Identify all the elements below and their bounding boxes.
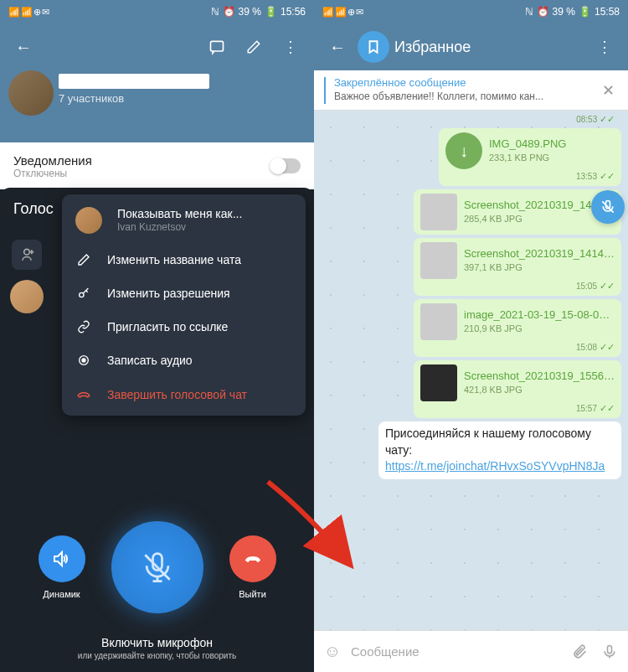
svg-line-8 xyxy=(145,555,169,579)
svg-rect-11 xyxy=(608,645,612,653)
menu-rename[interactable]: Изменить название чата xyxy=(62,243,306,277)
svg-point-4 xyxy=(80,292,84,297)
svg-point-6 xyxy=(82,359,85,362)
text-message[interactable]: Присоединяйся к нашему голосовому чату: … xyxy=(378,421,621,479)
file-thumbnail xyxy=(420,364,457,401)
message-input[interactable]: Сообщение xyxy=(351,644,561,659)
menu-display-as[interactable]: Показывать меня как... Ivan Kuznetsov xyxy=(62,198,306,243)
participant-avatar[interactable] xyxy=(10,280,44,313)
messages-icon[interactable] xyxy=(200,30,234,64)
file-message[interactable]: Screenshot_20210319_155644_org.telegram.… xyxy=(414,360,621,418)
pencil-icon xyxy=(75,253,92,266)
file-message[interactable]: image_2021-03-19_15-08-04.png 210,9 KB J… xyxy=(414,299,621,357)
speaker-button[interactable]: Динамик xyxy=(39,535,85,599)
mic-hint: Включить микрофон xyxy=(0,636,314,649)
mic-hint-sub: или удерживайте кнопку, чтобы говорить xyxy=(0,651,314,660)
link-icon xyxy=(75,320,92,333)
back-button[interactable]: ← xyxy=(321,30,354,64)
hangup-icon xyxy=(75,387,92,402)
file-message[interactable]: ↓ IMG_0489.PNG 233,1 KB PNG 13:53✓✓ xyxy=(439,128,621,186)
close-icon[interactable]: ✕ xyxy=(599,81,618,100)
file-thumbnail xyxy=(420,303,457,340)
notif-toggle[interactable] xyxy=(270,158,301,173)
join-link[interactable]: https://t.me/joinchat/RHvxSoSYVvpHN8Ja xyxy=(385,459,605,473)
menu-record[interactable]: Записать аудио xyxy=(62,344,306,377)
voice-context-menu: Показывать меня как... Ivan Kuznetsov Из… xyxy=(62,194,306,416)
file-message[interactable]: Screenshot_20210319_141453_com.andro... … xyxy=(414,238,621,296)
menu-invite[interactable]: Пригласить по ссылке xyxy=(62,310,306,344)
mute-floating-button[interactable] xyxy=(591,190,625,224)
menu-icon[interactable]: ⋮ xyxy=(274,30,307,64)
group-members: 7 участников xyxy=(59,92,209,105)
download-icon[interactable]: ↓ xyxy=(445,132,482,169)
notifications-row[interactable]: Уведомления Отключены xyxy=(0,142,314,189)
status-bar: 📶 📶 ⊕ ✉ ℕ ⏰39 %🔋15:56 xyxy=(0,0,314,23)
chat-header: ← Избранное ⋮ xyxy=(314,23,628,70)
message-input-bar: ☺ Сообщение xyxy=(314,630,628,672)
sticker-icon[interactable]: ☺ xyxy=(321,642,344,661)
menu-icon[interactable]: ⋮ xyxy=(588,30,621,64)
microphone-button[interactable] xyxy=(111,521,203,613)
messages-area[interactable]: 08:53 ✓✓ ↓ IMG_0489.PNG 233,1 KB PNG 13:… xyxy=(314,111,628,630)
edit-icon[interactable] xyxy=(237,30,270,64)
chat-title[interactable]: Избранное xyxy=(394,39,588,56)
group-avatar[interactable] xyxy=(8,70,54,116)
saved-messages-icon xyxy=(358,31,389,63)
menu-end-call[interactable]: Завершить голосовой чат xyxy=(62,377,306,412)
voice-chat-panel: Голос Показывать меня как... Ivan Kuznet… xyxy=(0,188,314,672)
file-thumbnail xyxy=(420,194,457,230)
notif-sub: Отключены xyxy=(13,168,92,179)
svg-point-1 xyxy=(24,249,30,255)
key-icon xyxy=(75,287,92,300)
status-bar: 📶 📶 ⊕ ✉ ℕ ⏰39 %🔋15:58 xyxy=(314,0,628,23)
group-info[interactable]: 7 участников xyxy=(0,70,314,142)
menu-permissions[interactable]: Изменить разрешения xyxy=(62,277,306,310)
file-message[interactable]: Screenshot_20210319_141458_com.andro... … xyxy=(414,189,621,235)
notif-title: Уведомления xyxy=(13,153,92,168)
attach-icon[interactable] xyxy=(568,644,591,660)
back-button[interactable]: ← xyxy=(7,30,40,64)
pinned-message[interactable]: Закреплённое сообщение Важное объявление… xyxy=(314,70,628,111)
user-avatar-icon xyxy=(75,207,102,234)
add-participant-button[interactable] xyxy=(12,240,42,270)
file-thumbnail xyxy=(420,242,457,279)
record-icon xyxy=(75,354,92,367)
svg-rect-0 xyxy=(211,41,224,51)
chat-header: ← ⋮ xyxy=(0,23,314,70)
voice-message-icon[interactable] xyxy=(598,644,621,660)
group-name xyxy=(59,74,209,89)
leave-button[interactable]: Выйти xyxy=(229,535,276,599)
svg-rect-7 xyxy=(152,554,162,571)
